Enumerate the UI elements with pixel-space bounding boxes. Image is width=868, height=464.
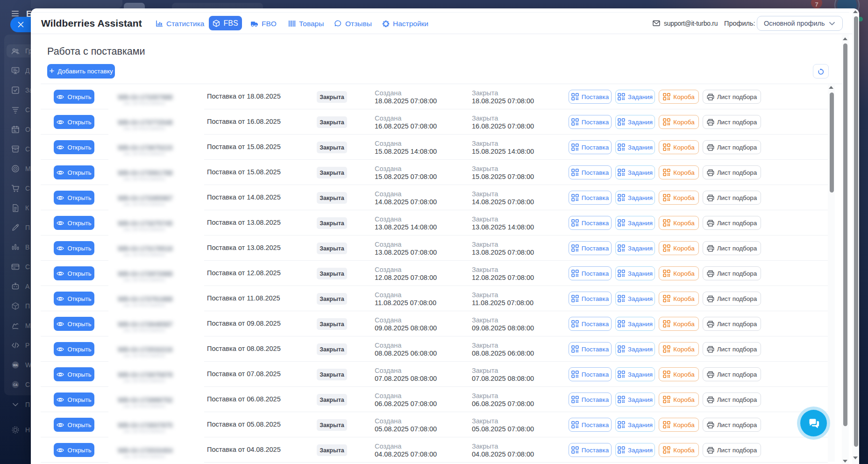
svg-text:CA: CA [13,383,18,386]
svg-text:WA: WA [13,364,18,367]
